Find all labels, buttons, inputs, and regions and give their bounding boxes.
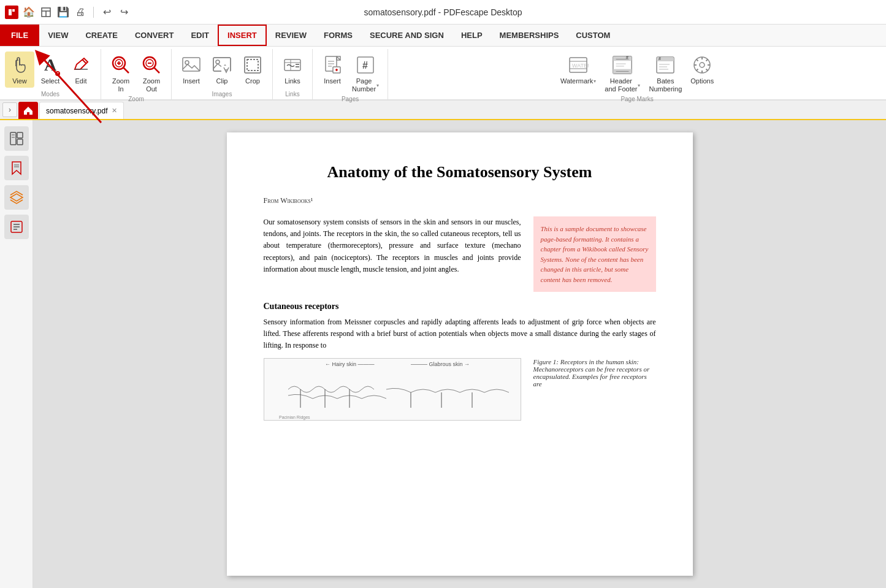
title-bar-left: 🏠 💾 🖨 ↩ ↪ bbox=[0, 6, 131, 19]
pdf-section2-title: Cutaneous receptors bbox=[264, 302, 656, 311]
select-mode-button[interactable]: A T Select bbox=[36, 52, 65, 88]
bookmarks-button[interactable] bbox=[4, 156, 29, 180]
clip-label: Clip bbox=[216, 77, 228, 85]
pagemarks-items: WATERMARK Watermark ▾ bbox=[557, 49, 717, 96]
images-label: Images bbox=[212, 91, 232, 99]
pdf-area: Anatomy of the Somatosensory System From… bbox=[33, 120, 886, 588]
clip-button[interactable]: Clip bbox=[207, 52, 237, 88]
zoom-label: Zoom bbox=[128, 96, 144, 104]
page-number-label: PageNumber bbox=[352, 77, 376, 93]
insert2-icon bbox=[321, 54, 343, 76]
svg-text:Pacinian Ridges: Pacinian Ridges bbox=[279, 415, 310, 420]
menu-edit[interactable]: EDIT bbox=[182, 25, 218, 46]
forms-sidebar-button[interactable] bbox=[4, 215, 29, 239]
pdf-figure: ← Hairy skin ——— ——— Glabrous skin → bbox=[264, 358, 521, 421]
menu-file[interactable]: FILE bbox=[0, 25, 39, 46]
pdf-figure-caption: Figure 1: Receptors in the human skin: M… bbox=[533, 358, 656, 388]
view-mode-button[interactable]: View bbox=[5, 52, 34, 88]
svg-text:#: # bbox=[362, 60, 368, 71]
options-button[interactable]: Options bbox=[687, 52, 717, 88]
ribbon-group-links: Links Links bbox=[273, 49, 313, 99]
images-items: Insert Clip bbox=[177, 49, 267, 91]
forms-panel-icon bbox=[9, 220, 24, 234]
menu-memberships[interactable]: MEMBERSHIPS bbox=[491, 25, 568, 46]
template-quick-icon[interactable] bbox=[39, 6, 53, 19]
layers-button[interactable] bbox=[4, 185, 29, 210]
menu-convert[interactable]: CONVERT bbox=[126, 25, 183, 46]
tab-label: somatosensory.pdf bbox=[46, 107, 108, 115]
crop-icon bbox=[242, 54, 264, 76]
zoom-out-button[interactable]: ZoomOut bbox=[137, 52, 166, 96]
insert-page-button[interactable]: Insert bbox=[318, 52, 347, 88]
zoom-in-icon bbox=[110, 54, 132, 76]
pdf-intro-text: Our somatosensory system consists of sen… bbox=[264, 216, 521, 292]
tab-expand-button[interactable]: › bbox=[2, 102, 17, 117]
crop-button[interactable]: Crop bbox=[238, 52, 267, 88]
links-button[interactable]: Links bbox=[278, 52, 307, 88]
menu-help[interactable]: HELP bbox=[453, 25, 491, 46]
zoom-in-label: ZoomIn bbox=[112, 77, 129, 93]
edit-mode-button[interactable]: Edit bbox=[66, 52, 96, 88]
home-quick-icon[interactable]: 🏠 bbox=[22, 6, 36, 19]
links-icon bbox=[281, 54, 304, 76]
watermark-button[interactable]: WATERMARK Watermark ▾ bbox=[557, 52, 600, 88]
svg-rect-2 bbox=[12, 9, 15, 12]
ribbon-group-pagemarks: WATERMARK Watermark ▾ bbox=[388, 49, 886, 99]
home-tab[interactable] bbox=[18, 102, 38, 119]
svg-rect-1 bbox=[9, 9, 12, 15]
menu-custom[interactable]: CUSTOM bbox=[567, 25, 619, 46]
page-number-button[interactable]: # PageNumber ▾ bbox=[348, 52, 383, 96]
view-btn-label: View bbox=[12, 77, 27, 85]
options-icon bbox=[691, 54, 713, 76]
menu-create[interactable]: CREATE bbox=[77, 25, 126, 46]
insert-image-button[interactable]: Insert bbox=[177, 52, 206, 88]
undo-quick-icon[interactable]: ↩ bbox=[100, 6, 113, 19]
bates-icon: # bbox=[654, 54, 676, 76]
watermark-label: Watermark bbox=[560, 77, 593, 85]
home-tab-icon bbox=[23, 105, 34, 116]
pages-panel-icon bbox=[9, 131, 24, 146]
title-bar: 🏠 💾 🖨 ↩ ↪ somatosensory.pdf - PDFescape … bbox=[0, 0, 886, 25]
pages-label: Pages bbox=[342, 96, 359, 104]
edit-icon bbox=[70, 54, 92, 76]
menu-forms[interactable]: FORMS bbox=[315, 25, 361, 46]
svg-text:← Hairy skin ———: ← Hairy skin ——— bbox=[325, 361, 375, 367]
links-items: Links bbox=[278, 49, 307, 91]
sidebar bbox=[0, 120, 33, 588]
save-quick-icon[interactable]: 💾 bbox=[56, 6, 70, 19]
zoom-in-button[interactable]: ZoomIn bbox=[106, 52, 136, 96]
pdf-tab[interactable]: somatosensory.pdf ✕ bbox=[39, 102, 124, 119]
insert-icon bbox=[180, 54, 202, 76]
select-btn-label: Select bbox=[41, 77, 60, 85]
svg-rect-71 bbox=[10, 132, 16, 145]
expand-icon: › bbox=[9, 105, 11, 114]
links-label: Links bbox=[285, 77, 300, 85]
print-quick-icon[interactable]: 🖨 bbox=[74, 6, 87, 19]
pdf-section2: Cutaneous receptors Sensory information … bbox=[264, 302, 656, 352]
menu-view[interactable]: VIEW bbox=[39, 25, 77, 46]
links-label: Links bbox=[285, 91, 299, 99]
svg-line-68 bbox=[706, 69, 708, 71]
tab-close-button[interactable]: ✕ bbox=[112, 107, 117, 115]
menu-secure[interactable]: SECURE AND SIGN bbox=[361, 25, 453, 46]
redo-quick-icon[interactable]: ↪ bbox=[117, 6, 131, 19]
svg-rect-48 bbox=[613, 56, 632, 61]
bates-numbering-button[interactable]: # BatesNumbering bbox=[645, 52, 686, 96]
modes-label: Modes bbox=[41, 91, 59, 99]
ribbon-group-zoom: ZoomIn ZoomOut Zoom bbox=[101, 49, 172, 99]
window-title: somatosensory.pdf - PDFescape Desktop bbox=[364, 7, 522, 17]
pages-panel-button[interactable] bbox=[4, 126, 29, 151]
header-footer-button[interactable]: # Headerand Footer ▾ bbox=[601, 52, 644, 96]
bookmarks-icon bbox=[9, 161, 24, 175]
edit-btn-label: Edit bbox=[75, 77, 87, 85]
menu-bar: FILE VIEW CREATE CONVERT EDIT INSERT REV… bbox=[0, 25, 886, 47]
svg-point-62 bbox=[700, 63, 705, 67]
menu-insert[interactable]: INSERT bbox=[218, 25, 267, 46]
svg-text:——— Glabrous skin →: ——— Glabrous skin → bbox=[411, 361, 470, 367]
hand-icon bbox=[9, 54, 31, 76]
menu-review[interactable]: REVIEW bbox=[267, 25, 315, 46]
main-area: Anatomy of the Somatosensory System From… bbox=[0, 120, 886, 588]
insert-img-label: Insert bbox=[183, 77, 200, 85]
zoom-items: ZoomIn ZoomOut bbox=[106, 49, 166, 96]
svg-line-70 bbox=[697, 69, 698, 71]
